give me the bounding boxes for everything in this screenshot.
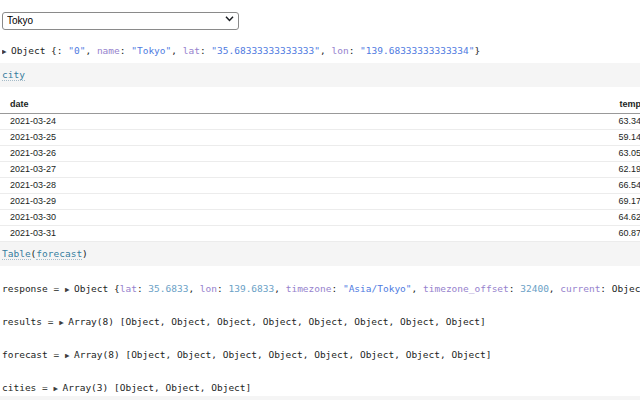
token-key: lon <box>200 283 217 294</box>
cell-temp: 69.17 <box>322 194 640 210</box>
cell-date: 2021-03-29 <box>0 194 322 210</box>
token-num: 32400 <box>520 283 549 294</box>
token-plain: Array(3) [Object, Object, Object] <box>63 382 252 393</box>
token-plain: cities = <box>2 382 53 393</box>
cell-temp: 63.05 <box>322 146 640 162</box>
table-row: 2021-03-2762.19 <box>0 162 640 178</box>
token-var: Table <box>2 248 31 260</box>
token-key: timezone_offset <box>423 283 509 294</box>
token-plain: , <box>274 283 285 294</box>
inspector-cities[interactable]: cities = ▶ Array(3) [Object, Object, Obj… <box>2 382 640 394</box>
table-row: 2021-03-2663.05 <box>0 146 640 162</box>
token-str: "35.68333333333333" <box>211 45 320 56</box>
cell-date: 2021-03-30 <box>0 210 322 226</box>
table-row: 2021-03-2866.54 <box>0 178 640 194</box>
token-num: 35.6833 <box>148 283 188 294</box>
token-plain: ) <box>82 248 88 259</box>
token-var: forecast <box>36 248 82 260</box>
token-plain: : <box>200 45 211 56</box>
cell-date: 2021-03-28 <box>0 178 322 194</box>
forecast-table: datetemp2021-03-2463.342021-03-2559.1420… <box>0 96 640 242</box>
inspector-results[interactable]: results = ▶ Array(8) [Object, Object, Ob… <box>2 316 640 328</box>
token-plain: : <box>137 283 148 294</box>
token-str: "Tokyo" <box>131 45 171 56</box>
token-key: lat <box>183 45 200 56</box>
inspector-city-object[interactable]: ▶ Object {: "0", name: "Tokyo", lat: "35… <box>2 45 640 57</box>
token-plain: : <box>120 45 131 56</box>
token-str: "139.68333333333334" <box>360 45 474 56</box>
cell-temp: 64.62 <box>322 210 640 226</box>
token-var: city <box>2 69 25 81</box>
cell-temp: 60.87 <box>322 226 640 242</box>
code-line-city: city <box>2 69 640 81</box>
inspector-forecast[interactable]: forecast = ▶ Array(8) [Object, Object, O… <box>2 349 640 361</box>
token-plain: : <box>217 283 228 294</box>
code-cell-cities-def[interactable]: cities = [ <box>0 396 640 400</box>
token-plain: : <box>509 283 520 294</box>
forecast-table-container: datetemp2021-03-2463.342021-03-2559.1420… <box>0 96 640 242</box>
expand-arrow-icon[interactable]: ▶ <box>65 351 74 360</box>
token-key: lat <box>120 283 137 294</box>
token-plain: , <box>549 283 560 294</box>
token-plain: , <box>412 283 423 294</box>
expand-arrow-icon[interactable]: ▶ <box>2 47 11 56</box>
cell-date: 2021-03-24 <box>0 114 322 130</box>
expand-arrow-icon[interactable]: ▶ <box>65 285 74 294</box>
token-plain: , <box>171 45 182 56</box>
token-str: "Asia/Tokyo" <box>343 283 412 294</box>
cell-temp: 59.14 <box>322 130 640 146</box>
column-header-date: date <box>0 96 322 114</box>
token-plain: results = <box>2 316 59 327</box>
cell-date: 2021-03-31 <box>0 226 322 242</box>
table-row: 2021-03-2559.14 <box>0 130 640 146</box>
token-plain: : <box>57 45 68 56</box>
city-select[interactable]: Tokyo <box>2 12 239 30</box>
table-header-row: datetemp <box>0 96 640 114</box>
token-plain: response = <box>2 283 65 294</box>
cell-date: 2021-03-26 <box>0 146 322 162</box>
token-key: lon <box>331 45 348 56</box>
column-header-temp: temp <box>322 96 640 114</box>
cell-temp: 63.34 <box>322 114 640 130</box>
table-row: 2021-03-2969.17 <box>0 194 640 210</box>
table-row: 2021-03-2463.34 <box>0 114 640 130</box>
token-plain: } <box>474 45 480 56</box>
expand-arrow-icon[interactable]: ▶ <box>53 384 62 393</box>
inspector-response[interactable]: response = ▶ Object {lat: 35.6833, lon: … <box>2 283 640 295</box>
token-plain: , <box>85 45 96 56</box>
token-plain: Object, <box>612 283 640 294</box>
token-plain: : <box>331 283 342 294</box>
token-plain: , <box>320 45 331 56</box>
city-select-wrap: Tokyo <box>2 10 239 28</box>
token-str: "0" <box>68 45 85 56</box>
token-plain: Object { <box>74 283 120 294</box>
code-line-table-call: Table(forecast) <box>2 248 640 260</box>
token-key: name <box>97 45 120 56</box>
token-plain: Object { <box>11 45 57 56</box>
token-plain: forecast = <box>2 349 65 360</box>
code-cell-city[interactable]: city <box>0 63 640 87</box>
cell-date: 2021-03-27 <box>0 162 322 178</box>
expand-arrow-icon[interactable]: ▶ <box>59 318 68 327</box>
table-row: 2021-03-3064.62 <box>0 210 640 226</box>
cell-date: 2021-03-25 <box>0 130 322 146</box>
token-plain: Array(8) [Object, Object, Object, Object… <box>68 316 486 327</box>
token-plain: : <box>600 283 611 294</box>
cell-temp: 66.54 <box>322 178 640 194</box>
token-key: current <box>560 283 600 294</box>
cell-temp: 62.19 <box>322 162 640 178</box>
code-cell-table-call[interactable]: Table(forecast) <box>0 242 640 266</box>
token-plain: Array(8) [Object, Object, Object, Object… <box>74 349 492 360</box>
table-row: 2021-03-3160.87 <box>0 226 640 242</box>
token-num: 139.6833 <box>228 283 274 294</box>
token-plain: : <box>349 45 360 56</box>
token-key: timezone <box>286 283 332 294</box>
token-plain: , <box>188 283 199 294</box>
